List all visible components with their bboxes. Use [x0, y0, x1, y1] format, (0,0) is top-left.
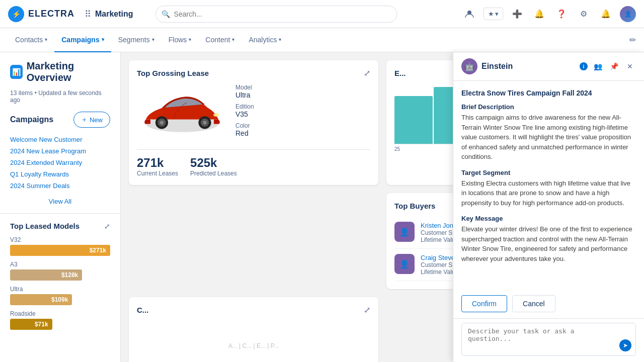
subnav-contacts[interactable]: Contacts ▾ [8, 28, 54, 52]
chart-title: E... [394, 69, 406, 77]
campaigns-title: Campaigns [10, 115, 53, 124]
logo-text: ELECTRA [28, 9, 74, 19]
svg-point-8 [213, 113, 219, 117]
target-segment-section: Target Segment Existing Electra customer… [461, 169, 636, 208]
logo-icon: ⚡ [8, 6, 24, 22]
key-message-title: Key Message [461, 215, 636, 222]
people-icon[interactable] [461, 6, 477, 22]
confirm-button[interactable]: Confirm [461, 295, 507, 312]
chevron-down-icon: ▾ [102, 37, 104, 42]
c-widget-title: C... [137, 306, 148, 314]
search-bar: 🔍 [155, 6, 397, 23]
avatar[interactable]: 👤 [620, 6, 636, 22]
chevron-down-icon: ▾ [45, 37, 47, 42]
current-leases-stat: 271k Current Leases [137, 156, 178, 177]
settings-icon[interactable]: ⚙ [576, 6, 592, 22]
einstein-header-icons: 👥 📌 ✕ [592, 60, 636, 72]
brief-description-section: Brief Description This campaign aims to … [461, 103, 636, 162]
einstein-input-area: ➤ [453, 318, 644, 362]
model-bar: $109k [10, 294, 72, 305]
einstein-header: 🤖 Einstein i 👥 📌 ✕ [453, 52, 644, 81]
chevron-down-icon: ▾ [495, 10, 499, 18]
subnav-analytics[interactable]: Analytics ▾ [242, 28, 288, 52]
campaign-link-1[interactable]: Welcome New Customer [10, 134, 110, 145]
subnav-segments[interactable]: Segments ▾ [111, 28, 162, 52]
search-icon: 🔍 [162, 10, 170, 18]
model-bar-v32: V32 $271k [10, 236, 110, 256]
campaign-link-5[interactable]: 2024 Summer Deals [10, 180, 110, 192]
model-bar-ultra: Ultra $109k [10, 286, 110, 305]
notification-setup-icon[interactable]: 🔔 [531, 6, 547, 22]
subnav-flows[interactable]: Flows ▾ [162, 28, 199, 52]
expand-icon[interactable]: ⤢ [364, 68, 370, 78]
help-icon[interactable]: ❓ [553, 6, 570, 22]
cancel-button[interactable]: Cancel [512, 295, 555, 312]
model-label: V32 [10, 236, 110, 243]
pin-icon[interactable]: 📌 [608, 60, 620, 72]
buyer-avatar-1: 👤 [394, 222, 415, 242]
model-label: A3 [10, 261, 110, 268]
add-icon[interactable]: ➕ [509, 6, 525, 22]
page-icon: 📊 [10, 65, 23, 79]
einstein-avatar: 🤖 [461, 58, 477, 74]
search-input[interactable] [155, 6, 397, 23]
buyer-avatar-2: 👤 [394, 254, 415, 274]
main-content: 📊 Marketing Overview 13 items • Updated … [0, 52, 644, 362]
sub-nav: Contacts ▾ Campaigns ▾ Segments ▾ Flows … [0, 28, 644, 52]
model-label: Roadside [10, 310, 110, 317]
model-bar-a3: A3 $128k [10, 261, 110, 281]
widget-header: Top Grossing Lease ⤢ [137, 68, 370, 78]
c-widget-content: A... | C... | E... | P... [137, 321, 370, 362]
einstein-title: Einstein [481, 62, 576, 71]
widget-title: Top Grossing Lease [137, 69, 209, 77]
c-widget: C... ⤢ A... | C... | E... | P... [129, 297, 378, 362]
edit-icon[interactable]: ✏ [629, 35, 636, 45]
top-models-header: Top Leased Models ⤢ [10, 222, 110, 230]
campaigns-header: Campaigns ＋ New [10, 112, 110, 128]
waffle-icon[interactable]: ⠿ [85, 9, 91, 20]
expand-icon[interactable]: ⤢ [104, 222, 110, 230]
einstein-input[interactable] [468, 327, 617, 349]
top-nav: ⚡ ELECTRA ⠿ Marketing 🔍 ★ ▾ ➕ 🔔 ❓ ⚙ 🔔 👤 [0, 0, 644, 28]
chevron-down-icon: ▾ [232, 37, 234, 42]
brief-description-title: Brief Description [461, 103, 636, 111]
model-label: Ultra [10, 286, 110, 293]
view-all-link[interactable]: View All [10, 198, 110, 205]
campaigns-section: Campaigns ＋ New Welcome New Customer 202… [0, 104, 120, 213]
campaign-link-4[interactable]: Q1 Loyalty Rewards [10, 168, 110, 180]
chevron-down-icon: ▾ [279, 37, 281, 42]
subnav-campaigns[interactable]: Campaigns ▾ [54, 28, 111, 52]
subnav-content[interactable]: Content ▾ [198, 28, 242, 52]
model-bar-roadside: Roadside $71k [10, 310, 110, 330]
top-models-section: Top Leased Models ⤢ V32 $271k A3 $128k U… [0, 213, 120, 343]
people-icon[interactable]: 👥 [592, 60, 604, 72]
new-campaign-button[interactable]: ＋ New [73, 112, 110, 128]
plus-icon: ＋ [81, 115, 88, 124]
car-image [137, 85, 227, 140]
close-icon[interactable]: ✕ [624, 60, 636, 72]
einstein-content: Electra Snow Tires Campaign Fall 2024 Br… [453, 81, 644, 287]
brief-description-text: This campaign aims to drive awareness fo… [461, 113, 636, 162]
target-segment-title: Target Segment [461, 169, 636, 176]
confirm-cancel-row: Confirm Cancel [453, 295, 644, 318]
favorites-btn[interactable]: ★ ▾ [484, 8, 503, 20]
expand-icon[interactable]: ⤢ [364, 305, 370, 315]
lease-stats: 271k Current Leases 525k Predicted Lease… [137, 149, 370, 177]
einstein-input-wrap: ➤ [461, 323, 636, 356]
send-button[interactable]: ➤ [619, 339, 631, 351]
info-badge: i [580, 62, 588, 70]
top-grossing-widget: Top Grossing Lease ⤢ [129, 60, 378, 185]
notifications-icon[interactable]: 🔔 [598, 6, 614, 22]
edition-spec: Edition V35 [235, 103, 370, 118]
predicted-leases-stat: 525k Predicted Leases [190, 156, 237, 177]
campaign-link-3[interactable]: 2024 Extended Warranty [10, 157, 110, 168]
left-panel: 📊 Marketing Overview 13 items • Updated … [0, 52, 121, 362]
chevron-down-icon: ▾ [152, 37, 154, 42]
model-bar: $128k [10, 269, 82, 281]
page-title: 📊 Marketing Overview [10, 60, 110, 83]
star-icon: ★ [488, 10, 494, 18]
campaign-link-2[interactable]: 2024 New Lease Program [10, 145, 110, 157]
campaign-links: Welcome New Customer 2024 New Lease Prog… [10, 134, 110, 192]
car-specs: Model Ultra Edition V35 Color Red [235, 84, 370, 141]
app-logo[interactable]: ⚡ ELECTRA [8, 6, 74, 22]
